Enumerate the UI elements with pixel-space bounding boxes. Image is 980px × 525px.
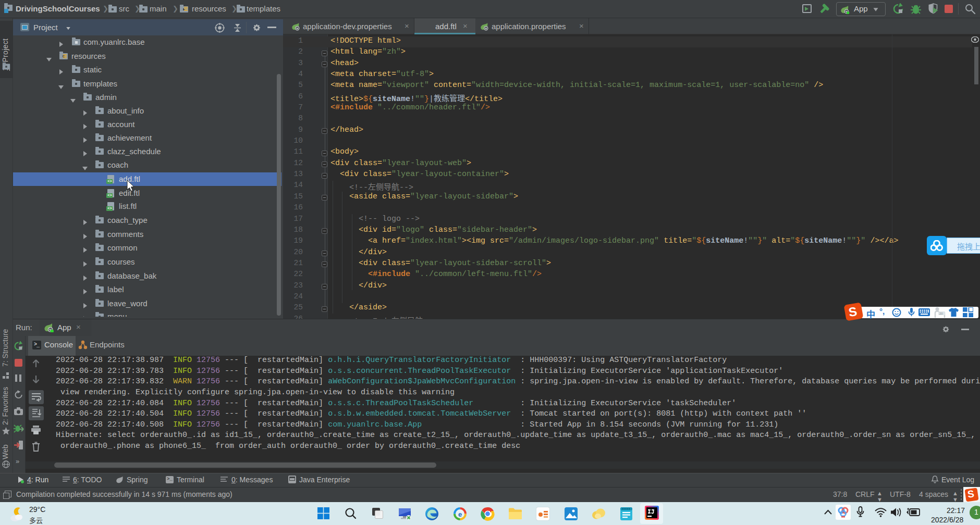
- svg-text:20: 20: [939, 312, 943, 315]
- svg-text:e: e: [458, 510, 462, 518]
